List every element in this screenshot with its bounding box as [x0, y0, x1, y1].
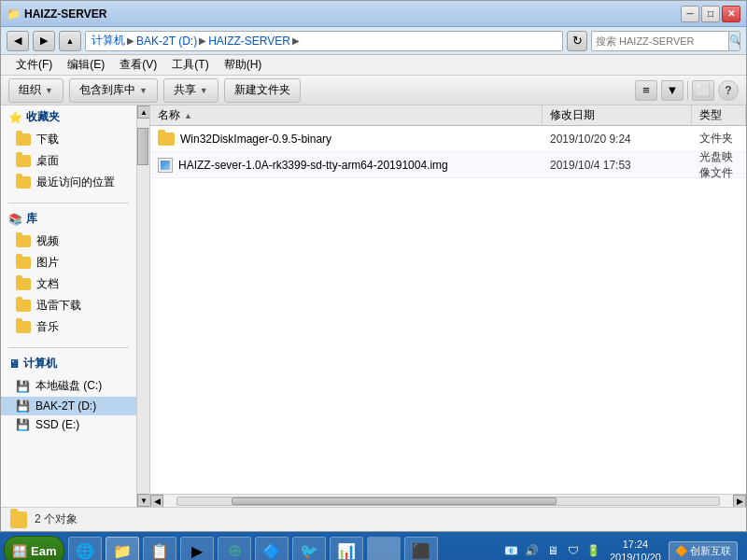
sidebar-item-documents[interactable]: 文档 [1, 273, 136, 295]
folder-icon [16, 300, 31, 312]
sidebar-item-recent[interactable]: 最近访问的位置 [1, 172, 136, 193]
taskbar-office-button[interactable]: 📊 [330, 537, 363, 560]
file-type-cell: 光盘映像文件 [692, 152, 746, 177]
view-arrow-button[interactable]: ▼ [661, 80, 684, 101]
tray-shield-icon[interactable]: 🛡 [565, 542, 582, 559]
column-name[interactable]: 名称 ▲ [150, 105, 543, 125]
scrollbar-up-button[interactable]: ▲ [137, 105, 150, 119]
folder-icon [16, 176, 31, 189]
sidebar-item-desktop[interactable]: 桌面 [1, 150, 136, 172]
file-area: 名称 ▲ 修改日期 类型 Win32DiskImager-0.9.5-binar… [150, 105, 746, 507]
disk-icon: 💾 [16, 380, 30, 393]
status-text: 2 个对象 [35, 511, 78, 527]
pane-button[interactable]: ⬜ [692, 80, 714, 101]
include-button[interactable]: 包含到库中 ▼ [69, 78, 158, 103]
maximize-button[interactable]: □ [701, 6, 720, 22]
scrollbar-track[interactable] [137, 119, 149, 494]
start-button[interactable]: 🪟 Eam [4, 536, 64, 560]
title-bar-left: 📁 HAIZZ-SERVER [7, 7, 106, 21]
title-bar: 📁 HAIZZ-SERVER ─ □ ✕ [1, 1, 746, 27]
breadcrumb-folder[interactable]: HAIZZ-SERVER [208, 35, 290, 48]
taskbar-right: 📧 🔊 🖥 🛡 🔋 17:24 2019/10/20 🔶 创新互联 [498, 538, 743, 560]
folder-icon [16, 155, 31, 167]
scroll-track[interactable] [176, 497, 720, 506]
view-list-button[interactable]: ≡ [635, 80, 657, 101]
sidebar-item-d-drive[interactable]: 💾 BAK-2T (D:) [1, 397, 136, 415]
breadcrumb-drive[interactable]: BAK-2T (D:) [136, 35, 197, 48]
taskbar-chrome-button[interactable]: ⊕ [218, 537, 251, 560]
library-title[interactable]: 📚 库 [1, 207, 136, 231]
sidebar-inner: ⭐ 收藏夹 下载 桌面 最近访问的位置 [1, 105, 136, 507]
up-button[interactable]: ▲ [59, 31, 81, 51]
favorites-title[interactable]: ⭐ 收藏夹 [1, 105, 136, 129]
sidebar-scrollbar[interactable]: ▲ ▼ [136, 105, 149, 507]
share-button[interactable]: 共享 ▼ [163, 78, 218, 103]
tray-monitor-icon[interactable]: 🖥 [544, 542, 561, 559]
scroll-thumb[interactable] [232, 497, 557, 505]
system-clock[interactable]: 17:24 2019/10/20 [606, 538, 665, 560]
play-icon: ▶ [187, 540, 207, 560]
file-type-cell: 文件夹 [692, 126, 746, 151]
new-folder-button[interactable]: 新建文件夹 [224, 78, 301, 103]
folder-icon [16, 278, 31, 290]
search-icon[interactable]: 🔍 [728, 31, 740, 51]
sidebar-item-xunlei[interactable]: 迅雷下载 [1, 295, 136, 316]
menu-edit[interactable]: 编辑(E) [60, 55, 112, 75]
img-file-icon [158, 158, 173, 173]
taskbar-play-button[interactable]: ▶ [180, 537, 214, 560]
bird-icon: 🐦 [299, 540, 319, 560]
scrollbar-down-button[interactable]: ▼ [137, 494, 150, 507]
column-date[interactable]: 修改日期 [543, 105, 692, 125]
file-list-header: 名称 ▲ 修改日期 类型 [150, 105, 746, 126]
sidebar-item-c-drive[interactable]: 💾 本地磁盘 (C:) [1, 375, 136, 397]
computer-title[interactable]: 🖥 计算机 [1, 352, 136, 375]
column-type[interactable]: 类型 [692, 105, 746, 125]
breadcrumb-computer[interactable]: 计算机 [92, 33, 125, 49]
menu-file[interactable]: 文件(F) [8, 55, 60, 75]
chuangxin-badge[interactable]: 🔶 创新互联 [669, 541, 738, 561]
taskbar-ie-button[interactable]: 🌐 [68, 537, 102, 560]
sidebar: ⭐ 收藏夹 下载 桌面 最近访问的位置 [1, 105, 150, 507]
app2-icon: ⬛ [411, 540, 431, 560]
taskbar-app1-button[interactable]: 🔷 [255, 537, 289, 560]
tray-email-icon[interactable]: 📧 [503, 542, 520, 559]
tray-battery-icon[interactable]: 🔋 [585, 542, 602, 559]
taskbar-bird-button[interactable]: 🐦 [292, 537, 326, 560]
sidebar-item-music[interactable]: 音乐 [1, 316, 136, 338]
organize-button[interactable]: 组织 ▼ [8, 78, 63, 103]
file-list: Win32DiskImager-0.9.5-binary 2019/10/20 … [150, 126, 746, 494]
taskbar-transfer-button[interactable]: 📋 [143, 537, 176, 560]
sidebar-item-e-drive[interactable]: 💾 SSD (E:) [1, 415, 136, 434]
close-button[interactable]: ✕ [722, 6, 740, 22]
scroll-right-button[interactable]: ▶ [733, 495, 746, 508]
sidebar-item-pictures[interactable]: 图片 [1, 252, 136, 273]
folder-taskbar-icon: 📁 [112, 540, 133, 560]
taskbar-app2-button[interactable]: ⬛ [404, 537, 438, 560]
forward-button[interactable]: ▶ [33, 31, 55, 51]
tray-volume-icon[interactable]: 🔊 [524, 542, 541, 559]
office-icon: 📊 [336, 540, 357, 560]
search-input[interactable] [592, 35, 728, 47]
minimize-button[interactable]: ─ [681, 6, 699, 22]
taskbar-explorer-button[interactable]: 📁 [106, 537, 139, 560]
window-title: HAIZZ-SERVER [24, 7, 106, 21]
breadcrumb[interactable]: 计算机 ▶ BAK-2T (D:) ▶ HAIZZ-SERVER ▶ [85, 31, 563, 51]
back-button[interactable]: ◀ [7, 31, 29, 51]
folder-icon [16, 235, 31, 247]
scroll-left-button[interactable]: ◀ [150, 495, 163, 508]
scrollbar-thumb[interactable] [137, 128, 148, 165]
sidebar-item-video[interactable]: 视频 [1, 231, 136, 252]
help-button[interactable]: ? [718, 80, 739, 101]
horizontal-scrollbar[interactable]: ◀ ▶ [150, 494, 746, 507]
star-icon: ⭐ [8, 111, 22, 124]
table-row[interactable]: HAIZZ-sever-1.0A-rk3399-sd-tty-arm64-201… [150, 152, 746, 178]
divider2 [8, 347, 129, 348]
sidebar-item-downloads[interactable]: 下载 [1, 129, 136, 150]
menu-view[interactable]: 查看(V) [112, 55, 164, 75]
menu-tools[interactable]: 工具(T) [164, 55, 216, 75]
folder-icon [16, 321, 31, 333]
table-row[interactable]: Win32DiskImager-0.9.5-binary 2019/10/20 … [150, 126, 746, 152]
menu-help[interactable]: 帮助(H) [217, 55, 270, 75]
status-bar: 2 个对象 [1, 507, 746, 531]
refresh-button[interactable]: ↻ [567, 31, 587, 51]
